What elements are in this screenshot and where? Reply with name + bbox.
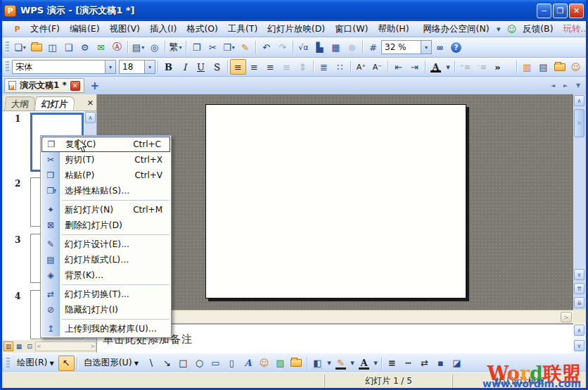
align-right-button[interactable]: ≡ (262, 59, 279, 75)
gridlines-button[interactable]: # (365, 39, 381, 55)
menu-network-space[interactable]: 网络办公空间(N) (418, 21, 494, 37)
decrease-font-button[interactable]: A⁻ (369, 59, 385, 75)
fill-color-button[interactable]: ◧ (309, 356, 326, 371)
toolbar-more-button[interactable]: » (490, 59, 506, 75)
user-search-button[interactable]: ☺ (568, 59, 584, 75)
chinese-convert-button[interactable]: 繁▾ (167, 39, 184, 55)
context-copy[interactable]: ❐ 复制(C) Ctrl+C (41, 137, 170, 152)
context-paste-special[interactable]: ❒ 选择性粘贴(S)... (41, 183, 171, 199)
linespace-decrease-button[interactable]: ⁻≡ (473, 59, 490, 75)
export-pdf-button[interactable]: Ⓐ (109, 39, 125, 55)
scroll-down-button[interactable]: ∨ (574, 340, 584, 351)
toolbar-grip[interactable] (6, 358, 10, 369)
cut-button[interactable]: ✂ (205, 39, 221, 55)
zoom-combo[interactable]: 32 % ▾ (381, 40, 432, 54)
numbered-list-button[interactable]: ≣ (316, 59, 332, 75)
chevron-down-icon[interactable]: ▾ (421, 41, 431, 54)
minimize-button[interactable]: ─ (537, 4, 551, 18)
send-mail-button[interactable]: ✉ (93, 39, 109, 55)
slide-editing-surface[interactable] (205, 104, 466, 298)
fill-color-dropdown[interactable]: ▾ (326, 356, 333, 371)
document-tab-label[interactable]: 演示文稿1 * (20, 80, 67, 92)
previous-slide-button[interactable]: ⇈ (574, 283, 584, 294)
wordart-button[interactable]: A (240, 356, 256, 371)
distribute-button[interactable]: ⇕ (295, 59, 311, 75)
scroll-left-icon[interactable]: < (37, 344, 41, 350)
slide-layout-pane-button[interactable]: ▤ (535, 59, 551, 75)
arrow-tool-button[interactable]: ↘ (159, 356, 175, 371)
shadow-style-button[interactable]: ▪ (433, 356, 449, 371)
normal-view-button[interactable]: ▥ (4, 341, 13, 351)
format-painter-button[interactable]: ✎ (237, 39, 253, 55)
close-button[interactable]: ✕ (569, 4, 584, 18)
save-button[interactable]: ◫ (44, 39, 60, 55)
material-library-button[interactable] (551, 59, 568, 75)
panel-hscrollbar[interactable]: < > (35, 341, 96, 351)
align-left-button[interactable]: ≡ (230, 59, 246, 75)
font-color-button[interactable]: A (428, 59, 444, 75)
justify-button[interactable]: ≡ (279, 59, 295, 75)
material-library-button[interactable] (288, 356, 305, 371)
autoshapes-menu-button[interactable]: 自选图形(U) ▾ (79, 356, 143, 370)
insert-picture-button[interactable]: ▨ (272, 356, 288, 371)
menu-edit[interactable]: 编辑(E) (65, 21, 105, 37)
document-close-icon[interactable]: ✕ (70, 81, 80, 91)
menu-feedback[interactable]: 反馈(B) (518, 21, 558, 37)
scroll-right-button[interactable]: > (561, 312, 572, 322)
formula-button[interactable]: √α (295, 39, 312, 55)
scroll-up-button[interactable]: ∧ (574, 95, 584, 106)
menu-help[interactable]: 帮助(H) (373, 21, 414, 37)
pane-close-icon[interactable]: ✕ (87, 99, 94, 108)
bullet-list-button[interactable]: ∷ (332, 59, 348, 75)
tab-slides[interactable]: 幻灯片 (34, 96, 75, 111)
tab-scroll-left-button[interactable]: ◄ (547, 80, 558, 92)
dash-style-button[interactable]: ┅ (400, 356, 416, 371)
copy-button[interactable]: ❐ (188, 39, 205, 55)
linespace-increase-button[interactable]: ⁺≡ (457, 59, 473, 75)
decrease-indent-button[interactable]: ⇤ (390, 59, 407, 75)
menu-file[interactable]: 文件(F) (25, 21, 65, 37)
insert-table-button[interactable]: ▦ (328, 39, 344, 55)
print-preview-button[interactable]: ◎ (146, 39, 162, 55)
menu-view[interactable]: 视图(V) (105, 21, 145, 37)
context-upload-material[interactable]: ↥ 上传到我的素材库(U)... (41, 321, 171, 336)
draw-menu-button[interactable]: 绘图(R) ▾ (13, 356, 58, 370)
font-size-value[interactable]: 18 (122, 62, 133, 72)
context-background[interactable]: ◈ 背景(K)... (41, 268, 171, 283)
zoom-value[interactable]: 32 % (385, 42, 407, 52)
draw-menu-label[interactable]: 绘图(R) (17, 357, 47, 369)
tab-outline[interactable]: 大纲 (4, 96, 36, 111)
line-style-button[interactable]: ≡ (384, 356, 400, 371)
font-size-combo[interactable]: 18 ▾ (119, 60, 155, 74)
menu-window[interactable]: 窗口(W) (330, 21, 373, 37)
vertical-textbox-tool-button[interactable]: ▯ (224, 356, 240, 371)
help-button[interactable]: ? (448, 39, 464, 55)
main-vertical-scrollbar[interactable]: ∧ ≡ ∨ ⇈ ⇊ (573, 94, 586, 310)
scroll-up-button[interactable]: ∧ (574, 325, 584, 336)
font-name-value[interactable]: 宋体 (15, 61, 32, 73)
line-tool-button[interactable]: ∖ (143, 356, 159, 371)
open-button[interactable] (28, 39, 44, 55)
line-color-button[interactable]: ✎ (333, 356, 349, 371)
menu-tools[interactable]: 工具(T) (223, 21, 262, 37)
scrollbar-thumb[interactable]: ≡ (574, 109, 584, 137)
context-slide-transition[interactable]: ⇄ 幻灯片切换(T)... (41, 287, 171, 302)
chevron-down-icon[interactable]: ▾ (105, 61, 115, 73)
textbox-tool-button[interactable]: ▭ (207, 356, 224, 371)
encrypt-button[interactable]: ⚙ (77, 39, 93, 55)
new-document-button[interactable]: ❏▾ (12, 39, 28, 55)
menu-slideshow[interactable]: 幻灯片放映(D) (262, 21, 330, 37)
tab-scroll-right-button[interactable]: ► (560, 80, 571, 92)
hyperlink-button[interactable]: ⊛ (344, 39, 360, 55)
slideshow-view-button[interactable]: ⊡ (25, 341, 34, 351)
redo-button[interactable]: ↷ (274, 39, 290, 55)
export-button[interactable]: ❑ (60, 39, 77, 55)
increase-indent-button[interactable]: ⇥ (407, 59, 423, 75)
font-color-dropdown[interactable]: ▾ (372, 356, 379, 371)
align-center-button[interactable]: ≡ (246, 59, 262, 75)
bold-button[interactable]: B (160, 59, 177, 75)
font-combo[interactable]: 宋体 ▾ (12, 60, 116, 74)
rectangle-tool-button[interactable]: □ (175, 356, 191, 371)
menu-promo[interactable]: 玩转... (558, 21, 588, 37)
increase-font-button[interactable]: A⁺ (353, 59, 369, 75)
